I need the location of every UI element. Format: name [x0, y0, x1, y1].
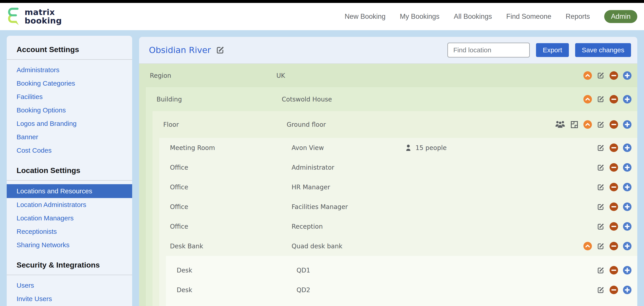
sidebar-item-users[interactable]: Users [7, 279, 132, 292]
brand-line-1: matrix [24, 8, 62, 16]
table-row-office-facilities-manager[interactable]: Office Facilities Manager [159, 197, 637, 216]
add-icon[interactable] [623, 71, 632, 80]
sidebar-item-receptionists[interactable]: Receptionists [7, 225, 132, 238]
table-row-desk-qd1[interactable]: Desk QD1 [166, 260, 637, 280]
sidebar-item-administrators[interactable]: Administrators [7, 63, 132, 77]
row-name-value: Cotswold House [282, 96, 332, 103]
capacity-text: 15 people [416, 144, 446, 152]
row-type-label: Building [156, 96, 182, 103]
remove-icon[interactable] [610, 202, 618, 211]
people-group-icon[interactable] [555, 120, 565, 128]
add-icon[interactable] [623, 183, 632, 191]
table-row-building[interactable]: Building Cotswold House [146, 87, 637, 111]
save-changes-button[interactable]: Save changes [575, 43, 631, 57]
remove-icon[interactable] [610, 144, 618, 152]
row-type-label: Office [170, 223, 188, 230]
locations-toolbar: Obsidian River Export Save changes [139, 37, 637, 63]
add-icon[interactable] [623, 222, 632, 231]
table-row-meeting-room[interactable]: Meeting Room Avon View 15 people [159, 138, 637, 158]
matrix-booking-logo-icon [7, 7, 20, 26]
top-nav: New Booking My Bookings All Bookings Fin… [344, 10, 637, 23]
add-icon[interactable] [623, 286, 632, 294]
nav-find-someone[interactable]: Find Someone [506, 12, 552, 20]
edit-icon[interactable] [597, 121, 605, 128]
collapse-up-icon[interactable] [584, 71, 592, 80]
floor-container: Floor Ground floor [152, 111, 637, 306]
edit-icon[interactable] [597, 242, 605, 250]
nav-my-bookings[interactable]: My Bookings [400, 12, 440, 20]
sidebar-list-security: Users Invite Users [7, 275, 132, 306]
edit-icon[interactable] [597, 164, 605, 172]
sidebar-item-locations-resources[interactable]: Locations and Resources [7, 184, 132, 198]
add-icon[interactable] [623, 266, 632, 274]
remove-icon[interactable] [610, 71, 618, 80]
edit-icon[interactable] [597, 72, 605, 79]
sidebar-item-logos-branding[interactable]: Logos and Branding [7, 117, 132, 130]
remove-icon[interactable] [610, 242, 618, 250]
floor-plan-icon[interactable] [570, 120, 578, 129]
edit-icon[interactable] [597, 95, 605, 103]
locations-main-panel: Obsidian River Export Save changes [139, 37, 637, 306]
export-button[interactable]: Export [536, 43, 569, 57]
edit-icon[interactable] [597, 144, 605, 152]
person-capacity-icon [405, 144, 412, 152]
table-row-region[interactable]: Region UK [139, 64, 637, 87]
remove-icon[interactable] [610, 95, 618, 104]
edit-icon[interactable] [597, 183, 605, 191]
add-icon[interactable] [623, 242, 632, 250]
sidebar-item-cost-codes[interactable]: Cost Codes [7, 144, 132, 157]
add-icon[interactable] [623, 120, 632, 129]
edit-title-button[interactable] [216, 46, 225, 54]
sidebar-list-location: Locations and Resources Location Adminis… [7, 180, 132, 252]
remove-icon[interactable] [610, 222, 618, 231]
add-icon[interactable] [623, 144, 632, 152]
brand-wordmark: matrix booking [24, 8, 62, 25]
sidebar-item-booking-options[interactable]: Booking Options [7, 104, 132, 117]
page-background: Account Settings Administrators Booking … [0, 30, 644, 306]
remove-icon[interactable] [610, 266, 618, 274]
remove-icon[interactable] [610, 183, 618, 191]
sidebar-item-booking-categories[interactable]: Booking Categories [7, 77, 132, 90]
add-icon[interactable] [623, 95, 632, 104]
collapse-up-icon[interactable] [584, 95, 592, 104]
remove-icon[interactable] [610, 163, 618, 172]
brand-logo-lockup[interactable]: matrix booking [7, 7, 62, 26]
region-container: Region UK [139, 64, 637, 306]
remove-icon[interactable] [610, 286, 618, 294]
nav-admin-button[interactable]: Admin [604, 10, 637, 23]
row-type-label: Office [170, 203, 188, 210]
edit-icon[interactable] [597, 203, 605, 211]
sidebar-item-invite-users[interactable]: Invite Users [7, 292, 132, 306]
remove-icon[interactable] [610, 120, 618, 129]
collapse-up-icon[interactable] [584, 242, 592, 250]
table-row-floor[interactable]: Floor Ground floor [152, 111, 637, 138]
nav-reports[interactable]: Reports [566, 12, 590, 20]
table-row-office-hr-manager[interactable]: Office HR Manager [159, 177, 637, 197]
table-row-office-administrator[interactable]: Office Administrator [159, 158, 637, 177]
edit-icon[interactable] [597, 266, 605, 274]
sidebar-item-location-administrators[interactable]: Location Administrators [7, 198, 132, 212]
collapse-up-icon[interactable] [584, 120, 592, 129]
table-row-desk-bank[interactable]: Desk Bank Quad desk bank [159, 236, 637, 256]
settings-sidebar: Account Settings Administrators Booking … [7, 36, 132, 306]
edit-icon[interactable] [597, 286, 605, 294]
row-name-value: Ground floor [287, 121, 326, 128]
row-type-label: Region [150, 72, 171, 79]
sidebar-item-sharing-networks[interactable]: Sharing Networks [7, 238, 132, 252]
add-icon[interactable] [623, 163, 632, 172]
table-row-office-reception[interactable]: Office Reception [159, 216, 637, 236]
app-header: matrix booking New Booking My Bookings A… [0, 3, 644, 30]
row-name-value: Facilities Manager [292, 203, 348, 210]
sidebar-item-facilities[interactable]: Facilities [7, 90, 132, 104]
nav-new-booking[interactable]: New Booking [344, 12, 386, 20]
row-type-label: Desk Bank [170, 242, 203, 250]
edit-icon[interactable] [597, 223, 605, 230]
sidebar-item-banner[interactable]: Banner [7, 130, 132, 144]
add-icon[interactable] [623, 202, 632, 211]
row-name-value: Reception [292, 223, 323, 230]
table-row-desk-qd2[interactable]: Desk QD2 [166, 280, 637, 300]
page-title: Obsidian River [149, 45, 211, 55]
nav-all-bookings[interactable]: All Bookings [454, 12, 492, 20]
find-location-input[interactable] [448, 43, 530, 58]
sidebar-item-location-managers[interactable]: Location Managers [7, 212, 132, 225]
